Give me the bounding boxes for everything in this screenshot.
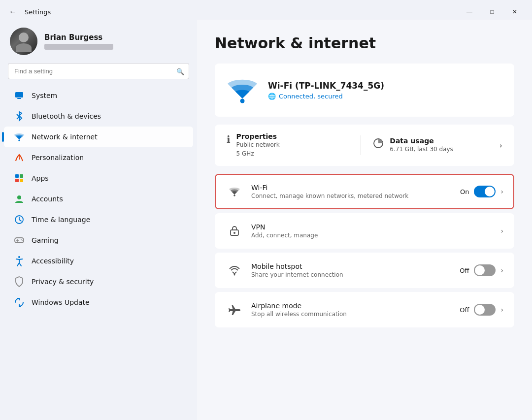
- airplane-setting-right: Off ›: [460, 304, 503, 316]
- wifi-toggle[interactable]: [474, 186, 496, 197]
- data-usage-text: Data usage 6.71 GB, last 30 days: [390, 137, 453, 154]
- vpn-setting-text: VPN Add, connect, manage: [251, 223, 493, 239]
- hotspot-toggle-label: Off: [460, 267, 469, 274]
- sidebar-item-time[interactable]: Time & language: [4, 209, 193, 230]
- wifi-hero-card: Wi-Fi (TP-LINK_7434_5G) 🌐 Connected, sec…: [215, 64, 514, 117]
- hotspot-setting-icon: [226, 261, 243, 279]
- svg-rect-5: [15, 179, 19, 182]
- user-name: Brian Burgess: [44, 33, 113, 42]
- properties-item[interactable]: ℹ Properties Public network 5 GHz: [227, 132, 349, 158]
- vpn-setting-row[interactable]: VPN Add, connect, manage ›: [216, 214, 513, 248]
- hotspot-settings-card: Mobile hotspot Share your internet conne…: [215, 253, 514, 288]
- svg-point-2: [18, 139, 20, 141]
- app-title: Settings: [25, 8, 51, 16]
- svg-point-15: [240, 99, 245, 103]
- svg-rect-0: [15, 92, 23, 97]
- sidebar-item-network-label: Network & internet: [32, 133, 98, 141]
- bluetooth-icon: [14, 111, 25, 122]
- titlebar: ← Settings — □ ✕: [0, 0, 532, 20]
- svg-point-14: [18, 256, 20, 258]
- hotspot-chevron: ›: [500, 266, 503, 274]
- sidebar-item-bluetooth[interactable]: Bluetooth & devices: [4, 106, 193, 127]
- wifi-chevron: ›: [500, 188, 503, 195]
- hotspot-setting-row[interactable]: Mobile hotspot Share your internet conne…: [216, 254, 513, 287]
- wifi-setting-label: Wi-Fi: [251, 184, 452, 192]
- sidebar-item-accounts-label: Accounts: [32, 195, 63, 203]
- page-title: Network & internet: [215, 34, 514, 52]
- data-usage-icon: [373, 138, 384, 151]
- wifi-setting-description: Connect, manage known networks, metered …: [251, 193, 452, 199]
- system-icon: [14, 90, 25, 101]
- sidebar-item-network[interactable]: Network & internet: [4, 127, 193, 147]
- search-box: 🔍: [8, 63, 189, 79]
- sidebar-item-privacy[interactable]: Privacy & security: [4, 271, 193, 292]
- hotspot-setting-label: Mobile hotspot: [251, 262, 452, 270]
- avatar-image: [10, 28, 37, 55]
- sidebar-item-apps-label: Apps: [32, 174, 49, 182]
- gaming-icon: [14, 235, 25, 246]
- properties-label: Properties: [236, 132, 280, 140]
- sidebar-item-accounts[interactable]: Accounts: [4, 189, 193, 209]
- airplane-setting-label: Airplane mode: [251, 302, 452, 310]
- data-usage-label: Data usage: [390, 137, 453, 145]
- back-button[interactable]: ←: [6, 5, 20, 18]
- window-controls: — □ ✕: [458, 4, 526, 20]
- svg-point-13: [22, 240, 23, 241]
- svg-rect-1: [17, 98, 21, 99]
- hero-network-name: Wi-Fi (TP-LINK_7434_5G): [268, 81, 384, 91]
- user-email-blurred: [44, 44, 113, 50]
- properties-line1: Public network: [236, 140, 280, 149]
- svg-point-12: [21, 239, 22, 240]
- hotspot-setting-right: Off ›: [460, 264, 503, 276]
- svg-rect-3: [15, 174, 19, 178]
- sidebar-item-system[interactable]: System: [4, 85, 193, 106]
- airplane-setting-description: Stop all wireless communication: [251, 311, 452, 318]
- accessibility-icon: [14, 256, 25, 266]
- hero-status: 🌐 Connected, secured: [268, 93, 384, 100]
- hero-info: Wi-Fi (TP-LINK_7434_5G) 🌐 Connected, sec…: [268, 81, 384, 100]
- wifi-setting-icon: [226, 183, 243, 200]
- wifi-setting-row[interactable]: Wi-Fi Connect, manage known networks, me…: [216, 175, 513, 208]
- properties-line2: 5 GHz: [236, 149, 280, 158]
- vpn-setting-description: Add, connect, manage: [251, 232, 493, 239]
- sidebar-item-personalization[interactable]: Personalization: [4, 147, 193, 168]
- minimize-button[interactable]: —: [458, 4, 481, 20]
- accounts-icon: [14, 194, 25, 204]
- wifi-settings-card: Wi-Fi Connect, manage known networks, me…: [215, 174, 514, 209]
- vpn-setting-label: VPN: [251, 223, 493, 231]
- svg-rect-4: [20, 174, 23, 178]
- svg-rect-6: [20, 179, 23, 182]
- user-section: Brian Burgess: [0, 20, 197, 63]
- sidebar-item-privacy-label: Privacy & security: [32, 278, 94, 286]
- sidebar: Brian Burgess 🔍 System: [0, 20, 197, 420]
- search-icon: 🔍: [176, 67, 184, 75]
- airplane-toggle[interactable]: [474, 304, 496, 316]
- data-usage-item[interactable]: Data usage 6.71 GB, last 30 days: [373, 137, 495, 154]
- hotspot-toggle-thumb: [475, 265, 485, 275]
- sidebar-item-time-label: Time & language: [32, 216, 90, 224]
- airplane-toggle-label: Off: [460, 306, 469, 314]
- time-icon: [14, 214, 25, 225]
- sidebar-item-apps[interactable]: Apps: [4, 168, 193, 189]
- user-info: Brian Burgess: [44, 33, 113, 50]
- avatar: [10, 28, 37, 55]
- vpn-setting-icon: [226, 222, 243, 240]
- airplane-toggle-thumb: [475, 305, 485, 315]
- properties-row: ℹ Properties Public network 5 GHz Data u…: [215, 125, 514, 166]
- airplane-setting-icon: [226, 301, 243, 319]
- airplane-setting-row[interactable]: Airplane mode Stop all wireless communic…: [216, 293, 513, 326]
- search-input[interactable]: [8, 63, 189, 79]
- wifi-hero-icon: [227, 74, 258, 106]
- hotspot-toggle[interactable]: [474, 264, 496, 276]
- sidebar-item-accessibility[interactable]: Accessibility: [4, 251, 193, 271]
- sidebar-item-windows-update[interactable]: Windows Update: [4, 292, 193, 313]
- close-button[interactable]: ✕: [503, 4, 526, 20]
- nav-list: System Bluetooth & devices: [0, 85, 197, 313]
- sidebar-item-bluetooth-label: Bluetooth & devices: [32, 112, 101, 120]
- sidebar-item-windows-update-label: Windows Update: [32, 298, 90, 306]
- maximize-button[interactable]: □: [481, 4, 503, 20]
- sidebar-item-system-label: System: [32, 92, 57, 99]
- wifi-toggle-thumb: [485, 187, 495, 196]
- sidebar-item-gaming[interactable]: Gaming: [4, 230, 193, 251]
- network-icon: [14, 131, 25, 142]
